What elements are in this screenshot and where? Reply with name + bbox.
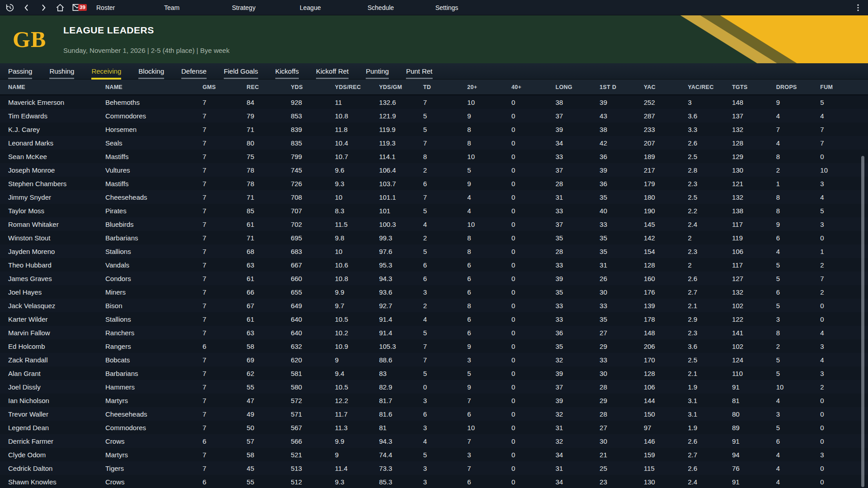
tab-receiving[interactable]: Receiving: [91, 67, 121, 80]
table-row[interactable]: Tim EdwardsCommodores77985310.8121.95903…: [0, 109, 868, 122]
table-row[interactable]: Sean McKeeMastiffs77579910.7114.18100333…: [0, 150, 868, 163]
table-row[interactable]: Jayden MorenoStallions7686831097.6580283…: [0, 244, 868, 258]
table-row[interactable]: K.J. CareyHorsemen77183911.8119.95803938…: [0, 122, 868, 136]
kebab-glyph: [854, 3, 863, 12]
col-header-1st-d[interactable]: 1ST D: [599, 84, 644, 90]
table-row[interactable]: Legend DeanCommodores75056711.3813100312…: [0, 421, 868, 434]
scrollbar-thumb[interactable]: [861, 156, 864, 487]
stat-cell: 0: [511, 248, 556, 255]
tab-kickoffs[interactable]: Kickoffs: [275, 67, 299, 79]
stat-cell: 61: [247, 315, 291, 323]
stat-cell: 2.6: [688, 139, 732, 147]
stat-cell: 92.7: [379, 302, 423, 310]
stat-cell: 3: [423, 424, 467, 432]
col-header-fum[interactable]: FUM: [820, 84, 864, 90]
stat-cell: 5: [467, 370, 512, 377]
table-row[interactable]: Roman WhitakerBluebirds76170211.5100.341…: [0, 217, 868, 231]
table-row[interactable]: Ian NicholsonMartyrs74757212.281.7370392…: [0, 394, 868, 407]
tab-blocking[interactable]: Blocking: [138, 67, 164, 79]
menu-item-team[interactable]: Team: [164, 4, 232, 11]
tab-passing[interactable]: Passing: [8, 67, 32, 79]
player-name-cell: Joel Hayes: [8, 288, 105, 296]
stat-cell: 7: [467, 465, 512, 472]
col-header-td[interactable]: TD: [423, 84, 467, 90]
col-header-20-[interactable]: 20+: [467, 84, 512, 90]
stat-cell: 179: [644, 180, 688, 188]
stat-cell: 119: [732, 234, 776, 242]
table-row[interactable]: Karter WilderStallions76164010.591.44603…: [0, 312, 868, 326]
table-row[interactable]: Joseph MonroeVultures7787459.6106.425037…: [0, 163, 868, 177]
table-row[interactable]: Shawn KnowlesCrows6555129.385.3360342313…: [0, 475, 868, 488]
table-row[interactable]: Derrick FarmerCrows6575669.994.347032301…: [0, 434, 868, 448]
back-icon[interactable]: [21, 2, 32, 13]
col-header-rec[interactable]: REC: [247, 84, 291, 90]
home-icon[interactable]: [55, 2, 66, 13]
col-header-yac[interactable]: YAC: [644, 84, 688, 90]
table-row[interactable]: Zack RandallBobcats769620988.67303233170…: [0, 353, 868, 366]
team-name-cell: Bluebirds: [105, 221, 203, 228]
menu-item-strategy[interactable]: Strategy: [232, 4, 300, 11]
col-header-team-name[interactable]: NAME: [105, 84, 203, 90]
stat-cell: 78: [247, 166, 291, 174]
table-row[interactable]: Maverick EmersonBehemoths78492811132.671…: [0, 95, 868, 109]
col-header-tgts[interactable]: TGTS: [732, 84, 776, 90]
table-row[interactable]: Cedrick DaltonTigers74551311.473.3370312…: [0, 461, 868, 475]
mail-icon[interactable]: 39: [71, 2, 82, 13]
stat-cell: 0: [511, 193, 556, 201]
stat-cell: 0: [820, 302, 864, 310]
table-row[interactable]: Joel HayesMiners7666559.993.636035301762…: [0, 285, 868, 299]
tab-defense[interactable]: Defense: [181, 67, 207, 79]
col-header-40-[interactable]: 40+: [511, 84, 556, 90]
table-row[interactable]: Joel DisslyHammers75558010.582.909037281…: [0, 380, 868, 394]
table-row[interactable]: Trevor WallerCheeseheads74957111.781.666…: [0, 407, 868, 421]
stat-cell: 81: [379, 424, 423, 432]
col-header-yds-gm[interactable]: YDS/GM: [379, 84, 423, 90]
col-header-player-name[interactable]: NAME: [8, 84, 105, 90]
table-row[interactable]: Stephen ChambersMastiffs7787269.3103.769…: [0, 177, 868, 190]
stat-cell: 2.4: [688, 478, 732, 486]
menu-item-roster[interactable]: Roster: [96, 4, 164, 11]
stat-cell: 0: [511, 397, 556, 404]
menu-item-settings[interactable]: Settings: [435, 4, 503, 11]
table-row[interactable]: Taylor MossPirates7857078.31015403340190…: [0, 204, 868, 217]
stat-cell: 0: [511, 329, 556, 337]
stat-cell: 124: [732, 356, 776, 364]
tab-kickoff-ret[interactable]: Kickoff Ret: [316, 67, 349, 79]
tab-field-goals[interactable]: Field Goals: [224, 67, 258, 79]
tab-rushing[interactable]: Rushing: [49, 67, 74, 79]
kebab-menu-icon[interactable]: [853, 2, 863, 13]
stat-cell: 132.6: [379, 99, 423, 106]
stat-cell: 2.7: [688, 451, 732, 459]
table-row[interactable]: Clyde OdomMartyrs758521974.453034211592.…: [0, 448, 868, 461]
forward-icon[interactable]: [38, 2, 49, 13]
col-header-yac-rec[interactable]: YAC/REC: [688, 84, 732, 90]
stat-cell: 7: [203, 315, 247, 323]
stat-cell: 1.9: [688, 383, 732, 391]
table-row[interactable]: Leonard MarksSeals78083510.4119.37803442…: [0, 136, 868, 150]
table-row[interactable]: Jimmy SnyderCheeseheads77170810101.17403…: [0, 190, 868, 204]
stat-cell: 34: [556, 451, 600, 459]
stat-cell: 7: [203, 451, 247, 459]
table-row[interactable]: Alan GrantBarbarians7625819.483550393012…: [0, 366, 868, 380]
menu-item-league[interactable]: League: [300, 4, 368, 11]
tab-underline: [406, 78, 432, 79]
tab-punt-ret[interactable]: Punt Ret: [406, 67, 432, 79]
tab-punting[interactable]: Punting: [366, 67, 389, 79]
team-name-cell: Pirates: [105, 207, 203, 215]
player-name-cell: Jayden Moreno: [8, 248, 105, 255]
col-header-yds[interactable]: YDS: [291, 84, 335, 90]
history-icon[interactable]: [5, 2, 15, 13]
table-row[interactable]: Marvin FallowRanchers76364010.291.456036…: [0, 326, 868, 339]
col-header-yds-rec[interactable]: YDS/REC: [335, 84, 379, 90]
col-header-long[interactable]: LONG: [556, 84, 600, 90]
table-row[interactable]: Jack VelasquezBison7676499.792.728033331…: [0, 299, 868, 312]
table-row[interactable]: Winston StoutBarbarians7716959.899.32803…: [0, 231, 868, 244]
col-header-gms[interactable]: GMS: [203, 84, 247, 90]
stat-cell: 38: [556, 99, 600, 106]
stat-cell: 35: [556, 234, 600, 242]
col-header-drops[interactable]: DROPS: [776, 84, 821, 90]
table-row[interactable]: Theo HubbardVandals76366710.695.36603331…: [0, 258, 868, 272]
table-row[interactable]: James GravesCondors76166010.894.36603926…: [0, 272, 868, 285]
table-row[interactable]: Ed HolcombRangers65863210.9105.379035292…: [0, 339, 868, 353]
menu-item-schedule[interactable]: Schedule: [368, 4, 435, 11]
